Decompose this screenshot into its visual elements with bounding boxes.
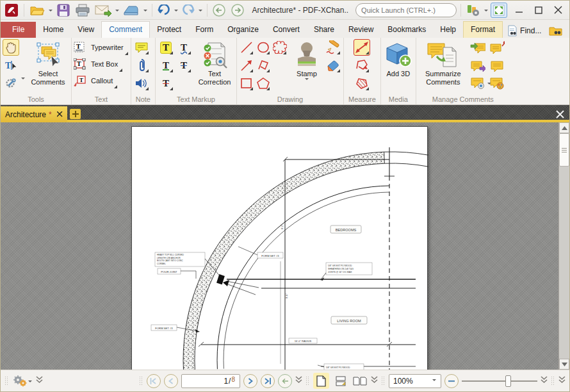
zoom-drag-handle[interactable] bbox=[381, 376, 386, 386]
single-page-view-button[interactable] bbox=[313, 373, 329, 389]
layout-drag-handle[interactable] bbox=[305, 376, 310, 386]
document-canvas[interactable]: BEDROOMS LIVING ROOM FORM SET #3 FORM SE… bbox=[1, 122, 569, 370]
pencil-tool-button[interactable] bbox=[325, 39, 341, 56]
import-comments-button[interactable] bbox=[469, 39, 486, 56]
stamp-dropdown[interactable] bbox=[305, 78, 309, 82]
fullscreen-button[interactable] bbox=[491, 3, 507, 18]
tab-view[interactable]: View bbox=[70, 22, 101, 38]
zoom-out-button[interactable] bbox=[444, 374, 459, 388]
underline-text-button[interactable]: T bbox=[158, 57, 174, 74]
pin-comment-button[interactable] bbox=[489, 39, 505, 56]
zoom-chevron[interactable] bbox=[541, 376, 548, 386]
tab-review[interactable]: Review bbox=[341, 22, 380, 38]
tab-comment[interactable]: Comment bbox=[101, 21, 150, 38]
callout-button[interactable]: T Callout bbox=[74, 72, 118, 89]
last-page-button[interactable] bbox=[261, 374, 275, 388]
ui-options-button[interactable] bbox=[465, 3, 482, 18]
history-forward-button[interactable] bbox=[229, 3, 246, 18]
comment-notes-button[interactable] bbox=[489, 57, 505, 74]
tab-format[interactable]: Format bbox=[463, 21, 503, 38]
strikeout-text-button[interactable]: T bbox=[158, 75, 174, 92]
scroll-down-button[interactable] bbox=[559, 359, 569, 370]
tool-settings-button[interactable] bbox=[3, 75, 19, 92]
distance-tool-button[interactable] bbox=[354, 39, 370, 56]
perimeter-tool-button[interactable] bbox=[354, 57, 370, 74]
export-comments-button[interactable] bbox=[469, 57, 486, 74]
redo-button[interactable] bbox=[181, 3, 196, 18]
rectangle-tool-button[interactable] bbox=[239, 75, 254, 92]
comment-styles-button[interactable] bbox=[489, 75, 505, 92]
pagenav-drag-handle[interactable] bbox=[139, 376, 143, 386]
print-button[interactable] bbox=[74, 3, 92, 18]
first-page-button[interactable] bbox=[147, 374, 161, 388]
ui-options-dropdown[interactable] bbox=[484, 10, 488, 13]
redo-dropdown[interactable] bbox=[199, 10, 202, 13]
collapse-ribbon-chevron[interactable] bbox=[567, 29, 570, 38]
vertical-scrollbar[interactable] bbox=[558, 122, 569, 370]
text-correction-button[interactable]: Text Correction bbox=[195, 39, 234, 86]
next-page-button[interactable] bbox=[243, 374, 257, 388]
select-comments-button[interactable]: Select Comments bbox=[27, 39, 69, 86]
tab-share[interactable]: Share bbox=[307, 22, 341, 38]
quick-launch-input[interactable] bbox=[361, 6, 452, 14]
polygon-tool-button[interactable] bbox=[256, 75, 271, 92]
view-history-back-button[interactable] bbox=[278, 374, 292, 388]
scan-button[interactable] bbox=[122, 3, 141, 18]
tab-home[interactable]: Home bbox=[36, 22, 70, 38]
hand-tool-button[interactable] bbox=[3, 39, 19, 56]
stamp-button[interactable]: Stamp bbox=[290, 39, 323, 82]
save-button[interactable] bbox=[55, 3, 72, 18]
expand-toolbar-chevron[interactable] bbox=[36, 376, 43, 386]
tool-settings-dropdown[interactable] bbox=[21, 78, 25, 81]
sticky-note-button[interactable] bbox=[133, 39, 150, 56]
email-button[interactable] bbox=[94, 3, 113, 18]
layout-chevron[interactable] bbox=[371, 376, 378, 386]
pdf-page[interactable]: BEDROOMS LIVING ROOM FORM SET #3 FORM SE… bbox=[131, 126, 428, 370]
highlight-text-button[interactable]: T bbox=[158, 39, 174, 56]
undo-dropdown[interactable] bbox=[174, 10, 178, 13]
page-number-box[interactable]: 1/8 bbox=[181, 374, 240, 388]
tab-bookmarks[interactable]: Bookmarks bbox=[380, 22, 433, 38]
arrow-tool-button[interactable] bbox=[239, 57, 254, 74]
scan-dropdown[interactable] bbox=[143, 10, 147, 13]
document-tab-architecture[interactable]: Architecture * bbox=[1, 106, 67, 122]
right-chevron[interactable] bbox=[558, 376, 566, 386]
area-tool-button[interactable] bbox=[354, 75, 370, 92]
cloud-tool-button[interactable] bbox=[272, 39, 288, 56]
right-drag-handle[interactable] bbox=[551, 376, 555, 386]
sound-button[interactable] bbox=[133, 75, 150, 92]
tab-help[interactable]: Help bbox=[433, 22, 463, 38]
email-dropdown[interactable] bbox=[115, 10, 119, 13]
find-button[interactable]: Find... bbox=[503, 24, 545, 38]
continuous-view-button[interactable] bbox=[332, 373, 348, 389]
summarize-comments-button[interactable]: Summarize Comments bbox=[418, 39, 468, 86]
tab-organize[interactable]: Organize bbox=[220, 22, 266, 38]
zoom-level-select[interactable]: 100% bbox=[389, 374, 441, 388]
status-options-dropdown[interactable] bbox=[28, 380, 32, 384]
select-text-tool-button[interactable]: T bbox=[3, 57, 19, 74]
tab-close-icon[interactable] bbox=[57, 111, 63, 118]
two-page-view-button[interactable] bbox=[352, 373, 368, 389]
scroll-up-button[interactable] bbox=[559, 122, 569, 133]
line-tool-button[interactable] bbox=[239, 39, 254, 56]
scrollbar-thumb[interactable] bbox=[559, 133, 569, 167]
new-tab-button[interactable] bbox=[70, 109, 81, 119]
add-3d-button[interactable]: Add 3D bbox=[383, 39, 414, 78]
text-box-button[interactable]: T Text Box bbox=[74, 56, 123, 72]
history-chevron[interactable] bbox=[295, 376, 302, 386]
quick-launch-box[interactable] bbox=[355, 3, 457, 17]
polygon-line-tool-button[interactable] bbox=[256, 57, 271, 74]
tab-protect[interactable]: Protect bbox=[150, 22, 188, 38]
typewriter-button[interactable]: T Typewriter bbox=[74, 39, 129, 56]
tab-form[interactable]: Form bbox=[188, 22, 220, 38]
status-options-button[interactable] bbox=[12, 375, 33, 388]
minimize-button[interactable] bbox=[511, 3, 528, 18]
strikeout-squiggly-button[interactable]: T bbox=[175, 57, 192, 74]
history-back-button[interactable] bbox=[211, 3, 227, 18]
close-document-button[interactable] bbox=[553, 108, 566, 120]
ellipse-tool-button[interactable] bbox=[256, 39, 271, 56]
toolbar-drag-handle[interactable] bbox=[4, 376, 9, 386]
zoom-level-dropdown[interactable] bbox=[432, 379, 436, 383]
attachment-button[interactable] bbox=[133, 57, 150, 74]
undo-button[interactable] bbox=[156, 3, 172, 18]
